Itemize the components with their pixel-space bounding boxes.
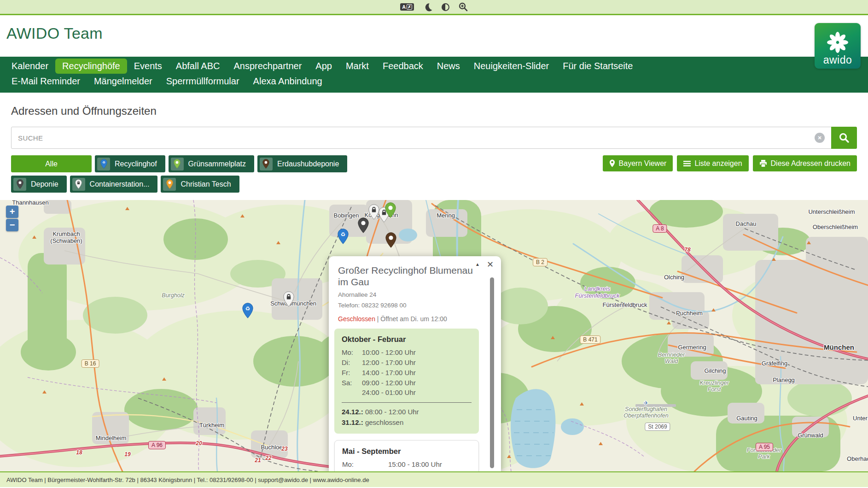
hours-row: Di:12:00 - 17:00 Uhr [342, 358, 472, 368]
map-pin-recycle[interactable]: ♻ [242, 303, 253, 320]
status-info: Öffnet am Di. um 12:00 [380, 315, 447, 323]
search-button[interactable] [831, 127, 857, 149]
hours-row: Mo:15:00 - 18:00 Uhr [342, 459, 471, 470]
app-title: AWIDO Team [0, 15, 868, 42]
search-bar: ✕ [11, 127, 857, 149]
zoom-out-button[interactable]: − [6, 219, 18, 231]
map-pin-green[interactable] [385, 202, 396, 220]
page: A✗ AWIDO Team awido Kalende [0, 0, 868, 488]
filter-button-recyclinghof[interactable]: ♻Recyclinghof [95, 155, 165, 172]
nav-item-feedback[interactable]: Feedback [376, 59, 430, 74]
hours-value: 11:00 - 15:00 Uhr [388, 469, 442, 471]
filter-button-christian-tesch[interactable]: Christian Tesch [161, 176, 239, 193]
popup-title: Großer Recyclinghof Blumenau im Gau [338, 265, 481, 288]
action-label: Diese Adressen drucken [771, 159, 851, 168]
nav-item-ansprechpartner[interactable]: Ansprechpartner [227, 59, 309, 74]
nav-item-markt[interactable]: Markt [339, 59, 376, 74]
gray-pin-icon [13, 178, 26, 191]
nav-item-abfall-abc[interactable]: Abfall ABC [169, 59, 227, 74]
search-input[interactable] [11, 127, 857, 149]
filter-button-alle[interactable]: Alle [11, 155, 92, 172]
winter-hours-rows: Mo:10:00 - 12:00 UhrDi:12:00 - 17:00 Uhr… [342, 347, 472, 398]
nav-item-kalender[interactable]: Kalender [5, 59, 55, 74]
hours-value: 10:00 - 12:00 Uhr [362, 347, 416, 358]
nav-item-recyclinghöfe[interactable]: Recyclinghöfe [55, 59, 127, 74]
action-label: Liste anzeigen [694, 159, 742, 168]
translate-icon[interactable]: A✗ [400, 3, 414, 11]
filter-row-2: DeponieContainerstation...Christian Tesc… [11, 176, 857, 193]
filter-label: Recyclinghof [115, 160, 157, 168]
map[interactable]: ThannhausenKrumbach(Schwaben)BobingenKön… [0, 200, 868, 471]
pin-icon [609, 159, 615, 167]
map-pin-brown[interactable] [385, 232, 396, 250]
nav-item-news[interactable]: News [430, 59, 467, 74]
nav-item-app[interactable]: App [309, 59, 339, 74]
filter-label: Alle [45, 160, 58, 168]
filter-label: Deponie [31, 180, 58, 188]
filter-button-grünsammelplatz[interactable]: Grünsammelplatz [169, 155, 254, 172]
action-button-bayern-viewer[interactable]: Bayern Viewer [603, 155, 673, 171]
recycle-pin-icon: ♻ [97, 158, 110, 171]
hours-value: 09:00 - 12:00 Uhr [362, 378, 416, 388]
search-icon [839, 132, 850, 143]
nav-item-mängelmelder[interactable]: Mängelmelder [87, 74, 159, 89]
status-closed: Geschlossen [338, 315, 375, 323]
popup-scrollbar[interactable] [490, 277, 494, 468]
map-popup: ▲ ✕ Großer Recyclinghof Blumenau im Gau … [329, 256, 501, 471]
nav-item-events[interactable]: Events [127, 59, 169, 74]
map-pin-gray[interactable] [358, 218, 369, 235]
map-pin-lock[interactable] [368, 204, 379, 222]
filter-button-erdaushubdeponie[interactable]: Erdaushubdeponie [257, 155, 347, 172]
hours-day: Fr: [342, 368, 362, 378]
logo-text: awido [823, 55, 852, 65]
zoom-in-button[interactable]: + [6, 206, 18, 218]
special-hours-row: 31.12.: geschlossen [342, 417, 472, 428]
footer-text: AWIDO Team | Bürgermeister-Wohlfarth-Str… [6, 476, 369, 483]
action-label: Bayern Viewer [619, 159, 667, 168]
action-button-diese-adressen-drucken[interactable]: Diese Adressen drucken [753, 155, 857, 171]
winter-hours-box: Oktober - Februar Mo:10:00 - 12:00 UhrDi… [334, 329, 479, 433]
hours-row: Di, Mi, Do:11:00 - 15:00 Uhr [342, 469, 471, 471]
hours-value: 14:00 - 17:00 Uhr [362, 368, 416, 378]
popup-close-icon[interactable]: ✕ [487, 260, 494, 269]
section-heading: Adressen und Öffnungszeiten [11, 105, 857, 118]
svg-text:♻: ♻ [341, 231, 346, 238]
awido-flower-icon [825, 31, 850, 55]
awido-logo[interactable]: awido [815, 23, 861, 69]
filter-button-containerstation-[interactable]: Containerstation... [70, 176, 158, 193]
dark-mode-icon[interactable] [423, 2, 432, 12]
nav-item-für-die-startseite[interactable]: Für die Startseite [556, 59, 640, 74]
popup-scroll-up-icon[interactable]: ▲ [475, 262, 480, 267]
clear-search-icon[interactable]: ✕ [815, 133, 825, 143]
printer-icon [759, 160, 767, 167]
svg-text:♻: ♻ [102, 160, 105, 165]
hours-value: 12:00 - 17:00 Uhr [362, 358, 416, 368]
popup-status: Geschlossen | Öffnet am Di. um 12:00 [338, 315, 481, 323]
winter-hours-title: Oktober - Februar [342, 335, 472, 344]
brown-pin-icon [260, 158, 273, 171]
main-nav: KalenderRecyclinghöfeEventsAbfall ABCAns… [0, 57, 868, 93]
footer: AWIDO Team | Bürgermeister-Wohlfarth-Str… [0, 471, 868, 487]
map-pin-recycle[interactable]: ♻ [338, 229, 349, 246]
nav-item-alexa-anbindung[interactable]: Alexa Anbindung [246, 74, 329, 89]
hours-divider [342, 402, 472, 403]
map-zoom-controls: + − [6, 206, 18, 231]
svg-text:♻: ♻ [245, 306, 250, 312]
orange-pin-icon [163, 178, 176, 191]
nav-item-sperrmüllformular[interactable]: Sperrmüllformular [159, 74, 246, 89]
hours-row: Mo:10:00 - 12:00 Uhr [342, 347, 472, 358]
hours-day: Di, Mi, Do: [342, 469, 388, 471]
filter-button-deponie[interactable]: Deponie [11, 176, 67, 193]
map-pin-lock[interactable] [283, 291, 294, 309]
status-separator: | [375, 315, 380, 323]
action-button-liste-anzeigen[interactable]: Liste anzeigen [677, 155, 748, 171]
hours-row: 24:00 - 01:00 Uhr [342, 388, 472, 398]
nav-item-e-mail-reminder[interactable]: E-Mail Reminder [5, 74, 87, 89]
nav-item-neuigkeiten-slider[interactable]: Neuigkeiten-Slider [467, 59, 556, 74]
popup-phone: Telefon: 08232 92698 00 [338, 302, 481, 309]
filter-label: Erdaushubdeponie [277, 160, 339, 168]
contrast-icon[interactable] [442, 3, 449, 11]
zoom-icon[interactable] [459, 2, 468, 12]
nav-row-1: KalenderRecyclinghöfeEventsAbfall ABCAns… [5, 59, 863, 74]
hours-value: 24:00 - 01:00 Uhr [362, 388, 416, 398]
